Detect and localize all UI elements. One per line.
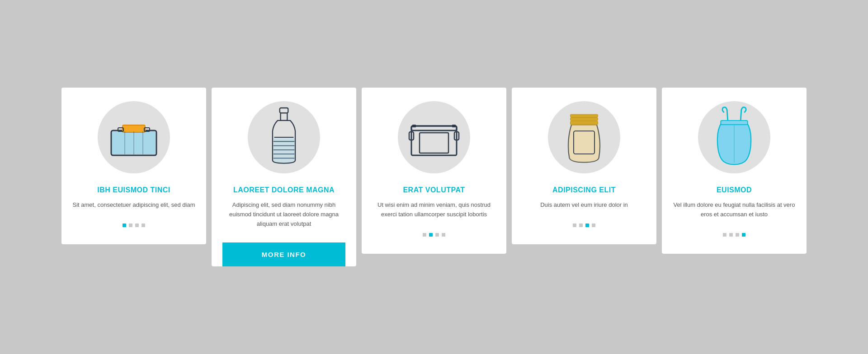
icon-circle-2 [248,101,320,173]
snack-bag-icon [564,110,604,164]
card-3-title: ERAT VOLUTPAT [403,186,465,194]
cards-container: IBH EUISMOD TINCI Sit amet, consectetuer… [50,88,818,266]
svg-rect-8 [280,108,288,113]
svg-rect-21 [412,125,416,127]
card-1-body: Sit amet, consectetuer adipiscing elit, … [73,200,195,210]
svg-rect-9 [281,113,288,121]
icon-circle-5 [698,101,770,173]
svg-rect-25 [571,121,598,125]
card-4-body: Duis autem vel eum iriure dolor in [540,200,628,210]
dot [123,224,126,227]
plastic-bag-icon [714,108,755,167]
card-4: ADIPISCING ELIT Duis autem vel eum iriur… [512,88,656,244]
basket-icon [109,117,159,158]
crate-icon [407,115,461,160]
svg-rect-24 [571,118,598,121]
svg-rect-18 [420,133,448,153]
svg-rect-2 [123,125,145,132]
dot [729,233,733,237]
card-2-title: LAOREET DOLORE MAGNA [233,186,335,194]
svg-rect-28 [721,121,747,125]
dot [585,224,589,227]
card-2-body: Adipiscing elit, sed diam nonummy nibh e… [222,200,345,228]
dot [429,233,433,237]
card-4-dots [573,219,595,233]
dot [442,233,445,237]
dot [135,224,139,227]
dot [579,224,583,227]
icon-circle-1 [98,101,170,173]
card-3: ERAT VOLUTPAT Ut wisi enim ad minim veni… [362,88,506,254]
card-3-body: Ut wisi enim ad minim veniam, quis nostr… [373,200,495,219]
dot [573,224,576,227]
card-4-title: ADIPISCING ELIT [552,186,616,194]
dot [435,233,439,237]
svg-rect-17 [411,126,457,130]
card-5-body: Vel illum dolore eu feugiat nulla facili… [673,200,796,219]
svg-rect-22 [452,125,456,127]
more-info-button[interactable]: MORE INFO [222,242,345,266]
svg-rect-23 [571,115,598,117]
dot [592,224,595,227]
icon-circle-3 [398,101,470,173]
dot [723,233,726,237]
icon-circle-4 [548,101,620,173]
card-1: IBH EUISMOD TINCI Sit amet, consectetuer… [61,88,206,244]
card-5-title: EUISMOD [717,186,752,194]
dot [423,233,426,237]
card-3-dots [423,228,445,243]
dot [742,233,745,237]
card-2: LAOREET DOLORE MAGNA Adipiscing elit, se… [212,88,356,266]
dot [129,224,132,227]
dot [142,224,145,227]
card-5-dots [723,228,745,243]
card-1-dots [123,219,145,233]
bottle-icon [268,108,300,167]
dot [736,233,739,237]
card-5: EUISMOD Vel illum dolore eu feugiat null… [662,88,807,254]
card-1-title: IBH EUISMOD TINCI [97,186,170,194]
